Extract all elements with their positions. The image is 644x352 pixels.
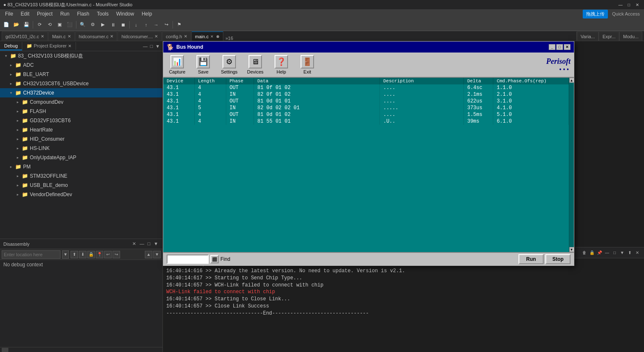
console-close-btn[interactable]: ✕ xyxy=(634,250,641,256)
tree-item-stm32offline[interactable]: ▸ 📁 STM32OFFLINE xyxy=(0,171,162,181)
disassembly-min-btn[interactable]: — xyxy=(139,241,145,247)
tree-item-ble-uart[interactable]: ▸ 📁 BLE_UART xyxy=(0,70,162,79)
tab-expressions[interactable]: Expr... xyxy=(599,32,619,41)
tree-item-ch372-device[interactable]: ▾ 📁 CH372Device xyxy=(0,88,162,97)
toolbar-btn-9[interactable]: ⚙ xyxy=(88,20,97,29)
console-max-btn[interactable]: □ xyxy=(611,250,618,256)
toolbar-btn-17[interactable]: ⚑ xyxy=(175,20,184,29)
bh-devices-btn[interactable]: 🖥 Devices xyxy=(245,55,266,74)
close-btn[interactable]: ✕ xyxy=(634,1,641,8)
menu-help[interactable]: Help xyxy=(138,10,155,18)
menu-project[interactable]: Project xyxy=(34,10,56,18)
console-expand-btn[interactable]: ⬆ xyxy=(626,250,633,256)
tab-gd32vf103-i2c[interactable]: gd32vf103_i2c.c ✕ xyxy=(2,32,48,41)
menu-tools[interactable]: Tools xyxy=(94,10,112,18)
tab-hidconsumer-c[interactable]: hidconsumer.c ✕ xyxy=(75,32,118,41)
console-lock-btn[interactable]: 🔒 xyxy=(589,250,595,256)
tree-item-compounddev[interactable]: ▸ 📁 CompoundDev xyxy=(0,97,162,107)
tree-item-hs-link[interactable]: ▸ 📁 HS-LINK xyxy=(0,144,162,153)
dis-btn-2[interactable]: ⬇ xyxy=(79,251,86,258)
tab-close-config[interactable]: ✕ xyxy=(184,34,187,39)
dis-btn-1[interactable]: ⬆ xyxy=(71,251,78,258)
toolbar-btn-14[interactable]: ↑ xyxy=(141,20,151,29)
bh-stop-button[interactable]: Stop xyxy=(545,254,571,264)
bh-maximize-btn[interactable]: □ xyxy=(556,44,563,50)
toolbar-btn-12[interactable]: ⏹ xyxy=(118,20,128,29)
menu-file[interactable]: File xyxy=(2,10,16,18)
bh-scrollbar[interactable]: ▲ ▼ xyxy=(569,78,574,252)
tab-project-explorer[interactable]: 📁 Project Explorer ✕ xyxy=(22,42,76,50)
tree-item-onlyupdate[interactable]: ▸ 📁 OnlyUpdateApp_IAP xyxy=(0,153,162,162)
toolbar-btn-2[interactable]: 📂 xyxy=(12,20,21,29)
tree-item-vendordefined[interactable]: ▸ 📁 VendorDefinedDev xyxy=(0,190,162,199)
bh-close-btn[interactable]: ✕ xyxy=(564,44,571,50)
toolbar-btn-13[interactable]: ↓ xyxy=(131,20,141,29)
dis-scrollbar[interactable] xyxy=(0,347,162,352)
menu-edit[interactable]: Edit xyxy=(17,10,33,18)
location-input[interactable] xyxy=(2,250,60,259)
tab-main-c[interactable]: Main.c ✕ xyxy=(48,32,74,41)
console-collapse-btn[interactable]: — xyxy=(604,250,610,256)
tree-item-ch32v103-usb[interactable]: ▸ 📁 CH32V103C8T6_USBDevice xyxy=(0,79,162,88)
upload-button[interactable]: 拖拽上传 xyxy=(583,10,608,18)
toolbar-btn-7[interactable]: ⬛ xyxy=(65,20,74,29)
tab-modules[interactable]: Modu... xyxy=(619,32,642,41)
tab-config-h[interactable]: config.h ✕ xyxy=(162,32,191,41)
toolbar-btn-3[interactable]: 💾 xyxy=(22,20,31,29)
location-dropdown[interactable]: ▼ xyxy=(62,250,69,259)
toolbar-btn-8[interactable]: 🔍 xyxy=(78,20,87,29)
disassembly-close-icon[interactable]: ✕ xyxy=(131,241,137,247)
tab-overflow[interactable]: »16 xyxy=(224,36,235,41)
bh-find-icon-btn[interactable]: ⬛ xyxy=(210,255,219,263)
console-menu-btn[interactable]: ▼ xyxy=(619,250,626,256)
menu-flash[interactable]: Flash xyxy=(73,10,92,18)
dis-scroll-up[interactable]: ▲ xyxy=(145,251,152,258)
toolbar-btn-16[interactable]: ↪ xyxy=(162,20,171,29)
menu-window[interactable]: Window xyxy=(113,10,138,18)
bh-minimize-btn[interactable]: _ xyxy=(549,44,555,50)
console-clear-btn[interactable]: 🗑 xyxy=(581,250,588,256)
bh-scroll-up-btn[interactable]: ▲ xyxy=(569,78,574,83)
console-pin-btn[interactable]: 📌 xyxy=(596,250,603,256)
bh-find-input[interactable] xyxy=(167,255,209,264)
disassembly-menu-btn[interactable]: ▼ xyxy=(153,241,159,247)
minimize-btn[interactable]: — xyxy=(617,1,624,8)
toolbar-btn-11[interactable]: ⏸ xyxy=(108,20,118,29)
bh-settings-btn[interactable]: ⚙ Settings xyxy=(219,55,240,74)
tab-close-mainc[interactable]: ✕ xyxy=(68,34,71,39)
tab-close-hid2[interactable]: ✕ xyxy=(154,34,158,39)
toolbar-btn-1[interactable]: 📄 xyxy=(2,20,11,29)
tab-main-active[interactable]: main.c ✕ ⊗ xyxy=(191,32,223,41)
dis-btn-5[interactable]: ↩ xyxy=(104,251,112,258)
tree-item-gd32vf103[interactable]: ▸ 📁 GD32VF103CBT6 xyxy=(0,116,162,125)
tab-hidconsumer-dots[interactable]: hidconsumer.... ✕ xyxy=(118,32,162,41)
tree-item-flash[interactable]: ▸ 📁 FLASH xyxy=(0,107,162,116)
panel-maximize-btn[interactable]: □ xyxy=(149,44,154,49)
bh-capture-btn[interactable]: 📊 Capture xyxy=(167,55,188,74)
tab-close-hidconsumer[interactable]: ✕ xyxy=(110,34,113,39)
tree-item-root[interactable]: ▾ 📁 83_ CH32V103 USB模拟U盘 xyxy=(0,51,162,60)
disassembly-max-btn[interactable]: □ xyxy=(147,241,151,247)
toolbar-btn-5[interactable]: ⟲ xyxy=(45,20,54,29)
tree-item-pm[interactable]: ▸ 📁 PM xyxy=(0,162,162,171)
toolbar-btn-4[interactable]: ⟳ xyxy=(35,20,44,29)
tree-item-usb-ble-demo[interactable]: ▸ 📁 USB_BLE_demo xyxy=(0,181,162,190)
maximize-btn[interactable]: □ xyxy=(626,1,632,8)
toolbar-btn-10[interactable]: ▶ xyxy=(98,20,107,29)
dis-btn-3[interactable]: 🔒 xyxy=(87,251,95,258)
tab-close-gd32[interactable]: ✕ xyxy=(41,34,44,39)
toolbar-btn-15[interactable]: → xyxy=(152,20,161,29)
dis-btn-4[interactable]: 📍 xyxy=(96,251,103,258)
bh-help-btn[interactable]: ❓ Help xyxy=(271,55,292,74)
tree-item-adc[interactable]: ▸ 📁 ADC xyxy=(0,60,162,70)
bh-run-button[interactable]: Run xyxy=(518,254,544,264)
tree-item-hid-consumer[interactable]: ▸ 📁 HID_Consumer xyxy=(0,134,162,144)
toolbar-btn-6[interactable]: ▣ xyxy=(55,20,64,29)
tree-item-heartrate[interactable]: ▸ 📁 HeartRate xyxy=(0,125,162,134)
bh-exit-btn[interactable]: 🚪 Exit xyxy=(297,55,318,74)
panel-collapse-btn[interactable]: — xyxy=(142,44,148,49)
bh-save-btn[interactable]: 💾 Save xyxy=(193,55,214,74)
tab-variables[interactable]: Varia... xyxy=(577,32,599,41)
bh-scroll-down-btn[interactable]: ▼ xyxy=(569,247,574,252)
panel-menu-btn[interactable]: ▼ xyxy=(154,44,161,49)
